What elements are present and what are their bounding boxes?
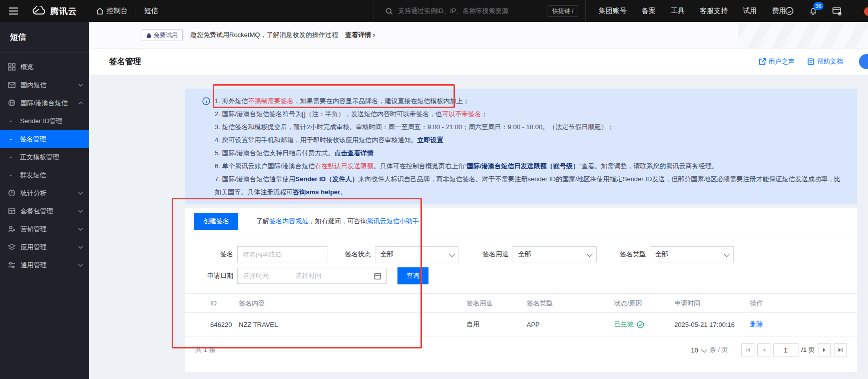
user-voice-link[interactable]: 用户之声 — [759, 57, 794, 66]
sign-label: 签名 — [195, 250, 233, 259]
chevron-down-icon — [78, 192, 83, 195]
top-nav: 腾讯云 控制台 短信 支持通过实例ID、IP、名称等搜索资源 快捷键 / 集团账… — [0, 0, 868, 22]
main-content: 1. 海外短信不强制需要签名，如果需要在内容显示品牌名，建议直接在短信模板内加上… — [89, 75, 868, 379]
sliders-icon — [8, 261, 16, 269]
sidebar-item-Sender ID管理[interactable]: Sender ID管理 — [0, 112, 89, 130]
sidebar-item-国际/港澳台短信[interactable]: 国际/港澳台短信 — [0, 94, 89, 112]
banner-details-link[interactable]: 查看详情 › — [345, 31, 375, 40]
column-header: 签名内容 — [239, 299, 467, 308]
sign-content-input[interactable] — [237, 246, 327, 262]
signature-card: 创建签名 了解签名内容规范，如有疑问，可咨询腾讯云短信小助手 签名 签名状态 全… — [185, 208, 857, 372]
console-nav[interactable]: 控制台 — [96, 7, 128, 16]
topnav-links: 集团账号备案工具客服支持试用费用 — [591, 0, 786, 22]
topnav-item[interactable]: 工具 — [671, 7, 685, 16]
sidebar-item-概览[interactable]: 概览 — [0, 58, 89, 76]
column-header: ID — [210, 299, 239, 307]
chevron-down-icon — [701, 346, 707, 352]
last-page-button[interactable] — [834, 343, 847, 356]
toolbar-tip: 了解签名内容规范，如有疑问，可咨询腾讯云短信小助手 — [256, 217, 419, 226]
sidebar-item-签名管理[interactable]: 签名管理 — [0, 130, 89, 148]
support-icon[interactable] — [785, 7, 794, 16]
document-icon — [807, 58, 814, 65]
next-page-button[interactable] — [818, 343, 831, 356]
chevron-down-icon — [78, 246, 83, 249]
notifications-bell-icon[interactable]: 36 — [809, 7, 817, 16]
layers-icon — [8, 243, 16, 251]
topnav-item[interactable]: 费用 — [772, 7, 786, 16]
sidebar-item-通用管理[interactable]: 通用管理 — [0, 256, 89, 274]
floating-help-bubble[interactable] — [859, 54, 868, 69]
nav-divider — [136, 7, 136, 15]
person-icon — [8, 225, 16, 233]
chevron-down-icon — [78, 264, 83, 267]
info-icon — [202, 97, 210, 105]
filter-row-2: 申请日期 选择时间 选择时间 查询 — [185, 267, 857, 284]
hamburger-menu-icon[interactable] — [0, 7, 27, 15]
free-trial-badge[interactable]: 免费试用 — [142, 29, 183, 41]
search-icon — [385, 8, 393, 15]
sidebar-item-群发短信[interactable]: 群发短信 — [0, 166, 89, 184]
status-select[interactable]: 全部 — [375, 246, 459, 262]
date-range-picker[interactable]: 选择时间 选择时间 — [237, 268, 387, 284]
table-footer: 共 1 条 10 条 / 页 /1 页 — [185, 336, 857, 356]
query-button[interactable]: 查询 — [397, 267, 428, 284]
column-header: 签名用途 — [467, 299, 527, 308]
notice-panel: 1. 海外短信不强制需要签名，如果需要在内容显示品牌名，建议直接在短信模板内加上… — [185, 89, 857, 204]
create-signature-button[interactable]: 创建签名 — [194, 213, 238, 230]
chevron-up-icon — [78, 102, 83, 105]
delete-link[interactable]: 删除 — [750, 320, 857, 329]
product-breadcrumb[interactable]: 短信 — [144, 7, 158, 16]
column-header: 签名类型 — [527, 299, 614, 308]
sidebar-item-应用管理[interactable]: 应用管理 — [0, 238, 89, 256]
cell-id: 646220 — [210, 321, 239, 328]
status-label: 签名状态 — [345, 250, 371, 259]
console-settings-icon[interactable] — [832, 7, 842, 16]
page-header: 签名管理 用户之声 帮助文档 — [89, 49, 868, 75]
notice-line: 3. 短信签名和模板提交后，预计2小时完成审核。审核时间：周一至周五：9:00 … — [215, 121, 842, 134]
total-count: 共 1 条 — [195, 345, 215, 354]
topnav-item[interactable]: 试用 — [743, 7, 757, 16]
table-body: 646220NZZ TRAVEL自用APP已生效2025-05-21 17:00… — [185, 313, 857, 336]
sidebar-item-套餐包管理[interactable]: 套餐包管理 — [0, 202, 89, 220]
table-header: ID签名内容签名用途签名类型状态/原因申请时间操作 — [185, 294, 857, 313]
sidebar-item-营销管理[interactable]: 营销管理 — [0, 220, 89, 238]
topnav-item[interactable]: 客服支持 — [700, 7, 728, 16]
sidebar-menu: 概览国内短信国际/港澳台短信Sender ID管理签名管理正文模板管理群发短信统… — [0, 58, 89, 274]
page-size-select[interactable]: 10 — [691, 346, 705, 354]
sidebar: 短信 概览国内短信国际/港澳台短信Sender ID管理签名管理正文模板管理群发… — [0, 22, 89, 379]
sidebar-item-统计分析[interactable]: 统计分析 — [0, 184, 89, 202]
help-docs-link[interactable]: 帮助文档 — [807, 57, 843, 66]
pager: /1 页 — [741, 343, 847, 356]
droplet-icon — [147, 32, 151, 38]
promo-banner: 免费试用 邀您免费试用RocketMQ，了解消息收发的操作过程 查看详情 › — [89, 22, 868, 49]
first-page-button[interactable] — [741, 343, 754, 356]
usage-label: 签名用途 — [483, 250, 509, 259]
avatar[interactable] — [864, 7, 868, 16]
search-placeholder: 支持通过实例ID、IP、名称等搜索资源 — [398, 7, 508, 16]
tencent-cloud-logo[interactable]: 腾讯云 — [31, 6, 77, 17]
grid-icon — [8, 63, 16, 71]
shortcut-key-hint[interactable]: 快捷键 / — [548, 5, 578, 17]
sidebar-item-国内短信[interactable]: 国内短信 — [0, 76, 89, 94]
chevron-down-icon — [587, 250, 593, 257]
prev-page-button[interactable] — [757, 343, 770, 356]
notice-line: 5. 国际/港澳台短信支持日结后付费方式。点击查看详情 — [215, 147, 842, 160]
page-number-input[interactable] — [773, 343, 798, 356]
decorative-stripes — [738, 22, 868, 49]
sidebar-item-正文模板管理[interactable]: 正文模板管理 — [0, 148, 89, 166]
usage-select[interactable]: 全部 — [513, 246, 597, 262]
cell-time: 2025-05-21 17:00:16 — [674, 321, 750, 328]
column-header: 状态/原因 — [614, 299, 674, 308]
notice-lines: 1. 海外短信不强制需要签名，如果需要在内容显示品牌名，建议直接在短信模板内加上… — [210, 95, 842, 199]
table-row: 646220NZZ TRAVEL自用APP已生效2025-05-21 17:00… — [185, 313, 857, 336]
page-title: 签名管理 — [109, 57, 141, 67]
divider — [185, 239, 857, 239]
toolbar: 创建签名 了解签名内容规范，如有疑问，可咨询腾讯云短信小助手 — [185, 208, 857, 230]
sidebar-title: 短信 — [0, 22, 89, 53]
status-badge: 已生效 — [614, 320, 674, 329]
topnav-item[interactable]: 集团账号 — [599, 7, 627, 16]
notice-line: 1. 海外短信不强制需要签名，如果需要在内容显示品牌名，建议直接在短信模板内加上… — [215, 95, 842, 108]
type-select[interactable]: 全部 — [650, 246, 734, 262]
topnav-item[interactable]: 备案 — [642, 7, 656, 16]
calendar-icon — [374, 272, 381, 280]
